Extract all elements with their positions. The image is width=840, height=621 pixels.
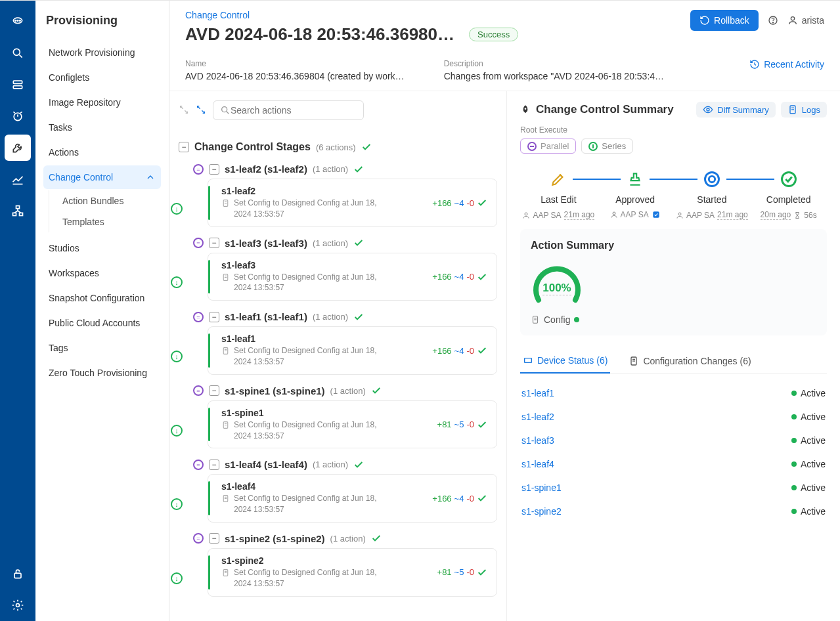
svg-rect-63 (525, 358, 532, 363)
sidebar-item[interactable]: Public Cloud Accounts (43, 311, 161, 335)
search-input[interactable] (231, 105, 357, 116)
check-icon (353, 312, 364, 322)
svg-point-20 (16, 604, 20, 607)
gear-icon[interactable] (5, 592, 31, 618)
device-link[interactable]: s1-leaf1 (521, 388, 554, 398)
breadcrumb[interactable]: Change Control (185, 10, 518, 20)
action-desc: Set Config to Designed Config at Jun 18,… (234, 419, 385, 442)
device-link[interactable]: s1-leaf4 (521, 459, 554, 469)
file-icon (221, 347, 230, 355)
collapse-toggle[interactable]: − (209, 164, 219, 175)
file-icon (221, 273, 230, 282)
sidebar-item[interactable]: Snapshot Configuration (43, 286, 161, 310)
sidebar-sub-item[interactable]: Templates (49, 211, 161, 232)
action-card[interactable]: s1-leaf1 Set Config to Designed Config a… (208, 326, 497, 375)
tab-config-changes[interactable]: Configuration Changes (6) (626, 349, 753, 373)
hourglass-icon (793, 211, 801, 219)
history-icon (749, 59, 760, 70)
expand-all-icon[interactable] (179, 104, 189, 117)
user-icon (676, 211, 684, 219)
check-icon (477, 198, 487, 208)
action-card[interactable]: s1-leaf2 Set Config to Designed Config a… (208, 179, 497, 227)
logs-button[interactable]: Logs (781, 102, 827, 118)
device-header[interactable]: = − s1-spine2 (s1-spine2) (1 action) (193, 529, 497, 548)
target-icon (702, 169, 722, 189)
diff-summary-button[interactable]: Diff Summary (696, 102, 776, 118)
sidebar-sub-item[interactable]: Action Bundles (49, 190, 161, 211)
collapse-toggle[interactable]: − (179, 142, 189, 152)
topology-icon[interactable] (5, 198, 31, 224)
chevron-up-icon (145, 172, 156, 182)
action-title: s1-leaf3 (221, 260, 487, 270)
diff-stats: +166 ~4 -0 (432, 493, 487, 503)
action-desc: Set Config to Designed Config at Jun 18,… (234, 272, 385, 294)
sidebar-item[interactable]: Zero Touch Provisioning (43, 361, 161, 385)
action-card[interactable]: s1-spine1 Set Config to Designed Config … (208, 400, 497, 449)
device-row: s1-spine1 Active (520, 476, 827, 500)
collapse-toggle[interactable]: − (209, 238, 219, 248)
device-header[interactable]: = − s1-leaf4 (s1-leaf4) (1 action) (193, 455, 497, 474)
device-link[interactable]: s1-leaf3 (521, 435, 554, 446)
sidebar-item[interactable]: Tasks (43, 116, 161, 139)
sidebar-item[interactable]: Configlets (43, 66, 161, 89)
check-icon (361, 142, 372, 152)
file-icon (221, 568, 230, 577)
svg-point-22 (772, 22, 773, 23)
status-dot-icon (791, 485, 797, 490)
action-card[interactable]: s1-leaf4 Set Config to Designed Config a… (208, 474, 497, 523)
sidebar-item[interactable]: Workspaces (43, 261, 161, 285)
sidebar-item[interactable]: Actions (43, 140, 161, 164)
check-icon (353, 238, 364, 248)
search-icon (220, 105, 231, 116)
logo-icon[interactable] (5, 9, 31, 35)
device-header[interactable]: = − s1-leaf3 (s1-leaf3) (1 action) (193, 234, 497, 253)
action-card[interactable]: s1-spine2 Set Config to Designed Config … (208, 548, 497, 597)
check-icon (477, 493, 487, 503)
sidebar-item[interactable]: Studios (43, 236, 161, 260)
tab-device-status[interactable]: Device Status (6) (520, 349, 610, 374)
sidebar-item[interactable]: Tags (43, 336, 161, 360)
search-box[interactable] (213, 100, 364, 120)
recent-activity-link[interactable]: Recent Activity (749, 59, 824, 70)
parallel-icon (527, 142, 537, 151)
device-status: Active (791, 482, 826, 493)
timeline-label: Started (697, 194, 726, 205)
sidebar-item[interactable]: Network Provisioning (43, 41, 161, 64)
sidebar-item-change-control[interactable]: Change Control (43, 165, 161, 189)
gauge: 100% (531, 261, 583, 307)
sidebar-item[interactable]: Image Repository (43, 91, 161, 114)
lock-icon[interactable] (5, 561, 31, 587)
status-badge: Success (469, 28, 518, 41)
device-link[interactable]: s1-spine1 (521, 482, 562, 493)
device-link[interactable]: s1-leaf2 (521, 412, 554, 422)
device-header[interactable]: = − s1-leaf1 (s1-leaf1) (1 action) (193, 307, 497, 326)
help-icon[interactable] (768, 15, 778, 26)
device-link[interactable]: s1-spine2 (521, 506, 562, 517)
user-menu[interactable]: arista (787, 15, 824, 26)
icon-rail (0, 1, 35, 621)
collapse-toggle[interactable]: − (209, 312, 219, 322)
collapse-toggle[interactable]: − (209, 460, 219, 470)
svg-point-48 (707, 108, 709, 111)
metrics-icon[interactable] (5, 166, 31, 192)
wrench-icon[interactable] (5, 135, 31, 161)
stages-count: (6 actions) (316, 142, 356, 152)
eye-icon (703, 104, 713, 115)
status-dot-icon (791, 509, 797, 514)
collapse-toggle[interactable]: − (209, 385, 219, 396)
collapse-all-icon[interactable] (196, 104, 206, 117)
search-icon[interactable] (5, 40, 31, 66)
action-card[interactable]: s1-leaf3 Set Config to Designed Config a… (208, 253, 497, 301)
svg-rect-15 (20, 213, 23, 215)
status-dot-icon (574, 317, 579, 322)
device-header[interactable]: = − s1-spine1 (s1-spine1) (1 action) (193, 381, 497, 400)
rollback-button[interactable]: Rollback (690, 10, 759, 31)
collapse-toggle[interactable]: − (209, 533, 219, 544)
svg-rect-13 (16, 206, 20, 209)
alarm-icon[interactable] (5, 103, 31, 129)
sidebar-title: Provisioning (43, 14, 161, 28)
devices-icon[interactable] (5, 72, 31, 98)
svg-point-57 (709, 176, 715, 182)
device-header[interactable]: = − s1-leaf2 (s1-leaf2) (1 action) (193, 160, 497, 179)
svg-point-56 (705, 173, 718, 186)
